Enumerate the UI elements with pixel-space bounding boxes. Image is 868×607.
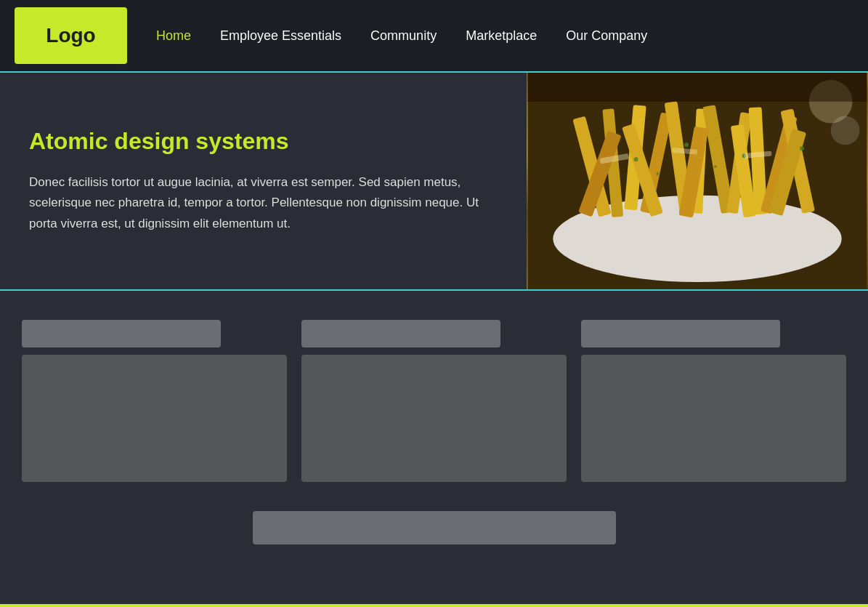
logo-label: Logo [46,24,95,47]
svg-point-23 [714,165,717,168]
svg-point-21 [800,146,804,150]
cards-grid [22,320,846,482]
hero-title: Atomic design systems [29,128,498,155]
card-3 [581,320,846,482]
hero-section: Atomic design systems Donec facilisis to… [0,73,868,291]
card-3-image [581,355,846,482]
card-2-image [301,355,567,482]
hero-text-area: Atomic design systems Donec facilisis to… [0,73,527,289]
card-1-label [22,320,221,347]
svg-point-25 [831,116,860,145]
cards-section [0,291,868,588]
nav-item-employee-essentials[interactable]: Employee Essentials [220,28,341,44]
card-1-image [22,355,287,482]
card-3-label [581,320,780,347]
main-nav: Home Employee Essentials Community Marke… [156,28,647,44]
svg-point-18 [634,157,638,161]
card-2-label [301,320,500,347]
nav-item-home[interactable]: Home [156,28,191,44]
svg-rect-26 [528,73,867,102]
svg-point-22 [656,172,659,175]
nav-item-our-company[interactable]: Our Company [566,28,647,44]
fries-illustration [527,73,868,289]
nav-item-community[interactable]: Community [370,28,437,44]
card-2 [301,320,567,482]
hero-image-visual [527,73,868,289]
logo[interactable]: Logo [15,7,127,64]
hero-body: Donec facilisis tortor ut augue lacinia,… [29,172,479,233]
header: Logo Home Employee Essentials Community … [0,0,868,73]
hero-image [527,73,868,289]
card-1 [22,320,287,482]
nav-item-marketplace[interactable]: Marketplace [466,28,537,44]
bottom-bar [22,504,846,566]
bottom-placeholder [253,511,616,544]
svg-point-19 [684,142,689,147]
footer-accent-line [0,604,868,607]
